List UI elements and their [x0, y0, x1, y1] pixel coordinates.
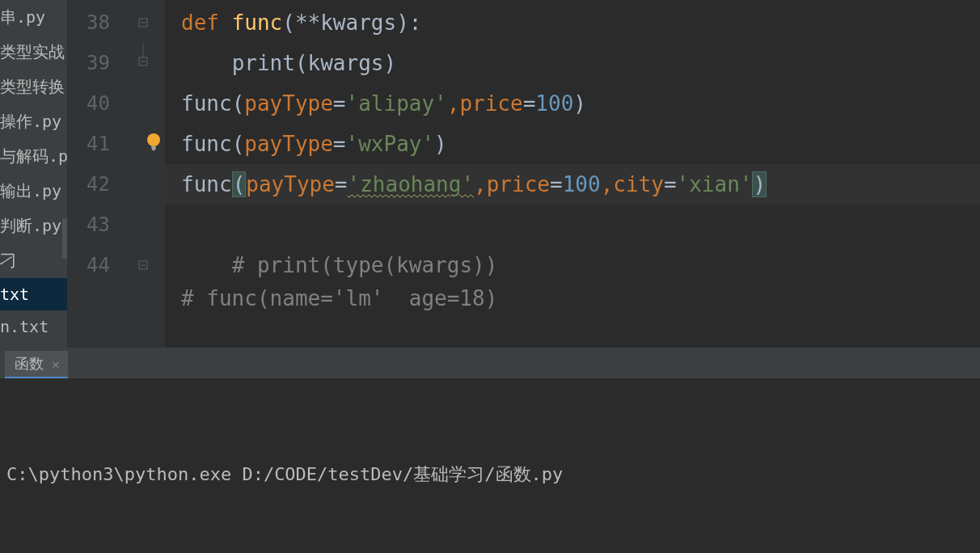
console-line: C:\python3\python.exe D:/CODE/testDev/基础… [6, 458, 974, 492]
keyword-def: def [181, 11, 219, 35]
code-line[interactable]: print(kwargs) [165, 43, 980, 83]
fold-end-icon[interactable] [125, 43, 165, 83]
indent [181, 51, 232, 75]
fold-blank [125, 83, 165, 124]
kwarg: payType [244, 132, 333, 156]
function-name: func [232, 11, 283, 35]
code-line-partial[interactable]: # func(name='lm' age=18) [165, 285, 980, 311]
string: 'wxPay' [346, 132, 435, 156]
call-print: print [232, 51, 295, 75]
call: func [181, 172, 232, 196]
paren-matched: ( [232, 171, 247, 197]
kwarg: price [487, 172, 550, 196]
kwarg: price [459, 91, 522, 116]
eq: = [523, 91, 536, 116]
number: 100 [535, 91, 573, 116]
intention-bulb-icon[interactable] [146, 132, 162, 154]
fold-blank [125, 164, 165, 205]
paren: ( [295, 51, 308, 75]
comma: , [447, 91, 460, 116]
eq: = [335, 172, 348, 196]
file-item[interactable]: 输出.py [0, 174, 67, 209]
call: func [181, 132, 232, 156]
console-tabs: 函数 ✕ [0, 348, 980, 378]
editor-area[interactable]: 38 39 40 41 42 43 44 [68, 0, 980, 348]
kwarg: payType [246, 172, 335, 196]
code-line[interactable]: # print(type(kwargs)) [165, 245, 980, 285]
paren-matched: ) [752, 171, 767, 197]
file-item[interactable]: 类型转换 [0, 70, 67, 104]
fold-column [125, 0, 165, 348]
editor-pane: 串.py类型实战类型转换操作.py与解码.p输出.py判断.py刁txtn.tx… [0, 0, 980, 348]
comment: # func(name='lm' age=18) [181, 286, 497, 310]
code-line[interactable]: func(payType='wxPay') [165, 124, 980, 164]
fold-blank [125, 205, 165, 245]
console-tab-label: 函数 [15, 354, 44, 374]
file-item[interactable]: 判断.py [0, 209, 67, 243]
console-tab[interactable]: 函数 ✕ [5, 351, 68, 378]
indent [181, 253, 232, 277]
eq: = [664, 172, 677, 196]
paren: ( [232, 132, 245, 156]
file-item[interactable]: 与解码.p [0, 139, 67, 174]
comment: # print(type(kwargs)) [232, 253, 498, 277]
arg: kwargs [308, 51, 384, 75]
file-item[interactable]: 操作.py [0, 104, 67, 139]
file-item[interactable]: n.txt [0, 310, 67, 343]
code-line[interactable] [165, 205, 980, 245]
gutter: 38 39 40 41 42 43 44 [68, 0, 125, 348]
code-line-current[interactable]: func(payType='zhaohang',price=100,city='… [165, 164, 980, 205]
fold-collapse-icon[interactable] [125, 2, 165, 43]
gutter-line[interactable]: 40 [68, 83, 125, 124]
gutter-line[interactable]: 39 [68, 43, 125, 83]
eq: = [550, 172, 563, 196]
code-content[interactable]: def func(**kwargs): print(kwargs) func(p… [165, 0, 980, 348]
string: 'xian' [677, 172, 753, 196]
console-output[interactable]: C:\python3\python.exe D:/CODE/testDev/基础… [0, 378, 980, 553]
number: 100 [563, 172, 601, 196]
comma: , [474, 172, 487, 196]
gutter-line[interactable]: 41 [68, 124, 125, 164]
string: 'alipay' [346, 91, 447, 116]
file-item[interactable]: 类型实战 [0, 35, 67, 70]
file-item[interactable]: 练.py [0, 343, 67, 348]
paren: ( [232, 91, 245, 116]
call: func [181, 91, 232, 116]
paren: ) [383, 51, 396, 75]
file-item[interactable]: 串.py [0, 0, 67, 35]
code-line[interactable]: func(payType='alipay',price=100) [165, 83, 980, 124]
eq: = [333, 91, 346, 116]
fold-collapse-icon[interactable] [125, 245, 165, 285]
params: (**kwargs): [282, 11, 421, 35]
gutter-line[interactable]: 42 [68, 164, 125, 205]
paren: ) [573, 91, 586, 116]
console-pane: 函数 ✕ C:\python3\python.exe D:/CODE/testD… [0, 348, 980, 553]
gutter-line[interactable]: 43 [68, 205, 125, 245]
string-warn: 'zhaohang' [348, 172, 475, 196]
gutter-line[interactable]: 44 [68, 245, 125, 285]
file-item[interactable]: 刁 [0, 243, 67, 278]
kwarg: payType [244, 91, 333, 116]
eq: = [333, 132, 346, 156]
close-icon[interactable]: ✕ [50, 357, 61, 372]
gutter-line[interactable]: 38 [68, 2, 125, 43]
svg-point-5 [147, 133, 160, 146]
comma: , [601, 172, 614, 196]
sidebar[interactable]: 串.py类型实战类型转换操作.py与解码.p输出.py判断.py刁txtn.tx… [0, 0, 68, 348]
kwarg: city [613, 172, 664, 196]
file-item[interactable]: txt [0, 278, 67, 310]
paren: ) [434, 132, 447, 156]
fold-blank [125, 124, 165, 164]
code-line[interactable]: def func(**kwargs): [165, 2, 980, 43]
